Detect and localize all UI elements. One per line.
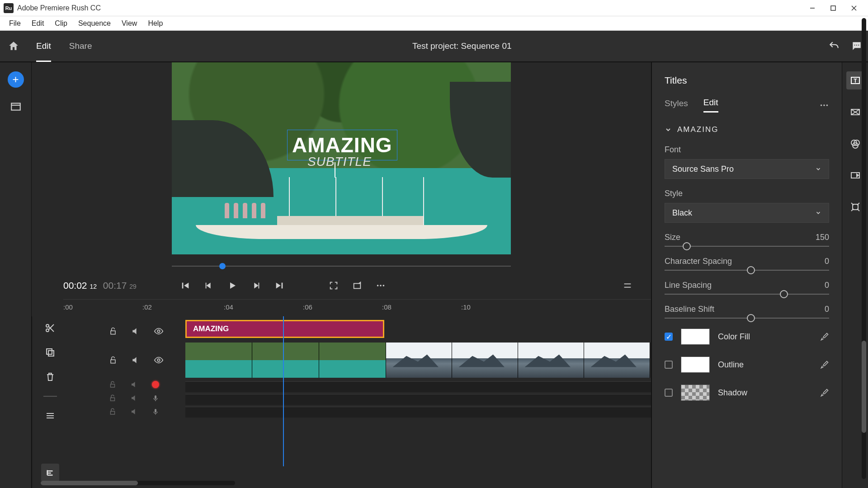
clip-thumbnail[interactable] [386,343,452,378]
title-clip[interactable]: AMAZING [185,320,384,338]
duplicate-tool[interactable] [45,347,56,358]
size-slider[interactable]: Size150 [665,233,829,247]
clip-thumbnail[interactable] [185,343,252,378]
panel-tab-styles[interactable]: Styles [665,99,688,112]
track-header-title [77,320,185,343]
clip-thumbnail[interactable] [452,343,518,378]
go-to-end-button[interactable] [269,276,289,296]
mute-icon[interactable] [130,380,138,389]
menu-clip[interactable]: Clip [49,18,73,29]
ruler-mark: :04 [224,303,233,311]
play-button[interactable] [222,276,242,296]
outline-swatch[interactable] [681,357,710,373]
scrubber-handle[interactable] [219,263,226,269]
eyedropper-icon[interactable] [820,360,829,369]
go-to-start-button[interactable] [175,276,195,296]
menu-edit[interactable]: Edit [26,18,50,29]
mute-icon[interactable] [131,327,140,336]
section-header[interactable]: AMAZING [665,125,838,134]
more-playback-button[interactable] [371,276,391,296]
chevron-down-icon [665,126,672,133]
delete-tool[interactable] [45,371,56,382]
maximize-button[interactable] [823,0,844,16]
tab-share[interactable]: Share [60,30,101,62]
timeline-options-button[interactable] [618,276,637,296]
mute-icon[interactable] [130,394,138,402]
timeline-ruler[interactable]: :00 :02 :04 :06 :08 :10 [63,299,651,316]
lock-icon[interactable] [108,327,118,336]
mic-icon[interactable] [152,394,159,402]
svg-point-42 [823,104,825,106]
track-area[interactable]: AMAZING [185,316,651,488]
slider-handle[interactable] [747,314,755,322]
clip-thumbnail[interactable] [252,343,319,378]
ruler-mark: :00 [63,303,73,311]
undo-button[interactable] [823,40,845,52]
panel-more-button[interactable] [819,100,829,110]
mute-icon[interactable] [130,408,138,416]
tab-edit[interactable]: Edit [27,30,60,62]
track-headers [68,316,185,488]
scissors-tool[interactable] [45,323,56,333]
minimize-button[interactable] [802,0,823,16]
lock-icon[interactable] [108,356,118,365]
audio-track-3[interactable] [185,407,651,418]
program-monitor[interactable]: AMAZING SUBTITLE [172,62,511,254]
outline-checkbox[interactable] [665,361,673,369]
menu-file[interactable]: File [4,18,26,29]
fullscreen-button[interactable] [324,276,344,296]
panel-scrollbar[interactable] [862,18,866,479]
loop-button[interactable] [347,276,367,296]
font-select[interactable]: Source Sans Pro [665,159,829,179]
slider-handle[interactable] [683,242,691,250]
line-spacing-slider[interactable]: Line Spacing0 [665,281,829,295]
chevron-down-icon [815,166,821,172]
eyedropper-icon[interactable] [820,332,829,341]
project-panel-button[interactable] [10,100,22,112]
title-subtitle-text[interactable]: SUBTITLE [307,155,372,169]
lock-icon[interactable] [108,394,117,402]
mute-icon[interactable] [131,356,140,365]
step-forward-button[interactable] [246,276,266,296]
menu-sequence[interactable]: Sequence [73,18,116,29]
expand-tracks-button[interactable] [41,464,59,482]
home-button[interactable] [0,40,27,52]
menu-view[interactable]: View [116,18,142,29]
audio-track-1[interactable] [185,381,651,392]
lock-icon[interactable] [108,380,117,389]
color-fill-swatch[interactable] [681,328,710,345]
character-spacing-slider[interactable]: Character Spacing0 [665,257,829,271]
slider-label: Line Spacing [665,281,712,290]
step-back-button[interactable] [199,276,219,296]
style-select[interactable]: Black [665,203,829,223]
slider-handle[interactable] [780,290,788,298]
video-track[interactable] [185,343,651,378]
audio-track-2[interactable] [185,394,651,405]
timeline-scrollbar[interactable] [41,481,235,485]
svg-rect-32 [111,331,115,334]
lock-icon[interactable] [108,408,117,416]
add-media-button[interactable]: + [8,71,24,88]
shadow-swatch[interactable] [681,385,710,401]
scrollbar-thumb[interactable] [862,341,866,433]
panel-tab-edit[interactable]: Edit [703,98,718,113]
preview-scrubber[interactable] [172,261,511,272]
slider-value: 0 [825,257,829,266]
shadow-checkbox[interactable] [665,389,673,397]
color-fill-checkbox[interactable]: ✓ [665,333,673,341]
baseline-shift-slider[interactable]: Baseline Shift0 [665,305,829,319]
record-icon[interactable] [152,381,159,388]
scrollbar-thumb[interactable] [41,481,138,485]
clip-thumbnail[interactable] [518,343,584,378]
menu-help[interactable]: Help [142,18,168,29]
clip-thumbnail[interactable] [319,343,386,378]
track-size-button[interactable] [45,410,56,421]
eyedropper-icon[interactable] [820,388,829,397]
visibility-icon[interactable] [154,355,164,365]
clip-thumbnail[interactable] [584,343,650,378]
playhead[interactable] [283,316,284,466]
close-button[interactable] [844,0,864,16]
visibility-icon[interactable] [154,326,164,336]
slider-handle[interactable] [747,266,755,274]
mic-icon[interactable] [152,408,159,415]
